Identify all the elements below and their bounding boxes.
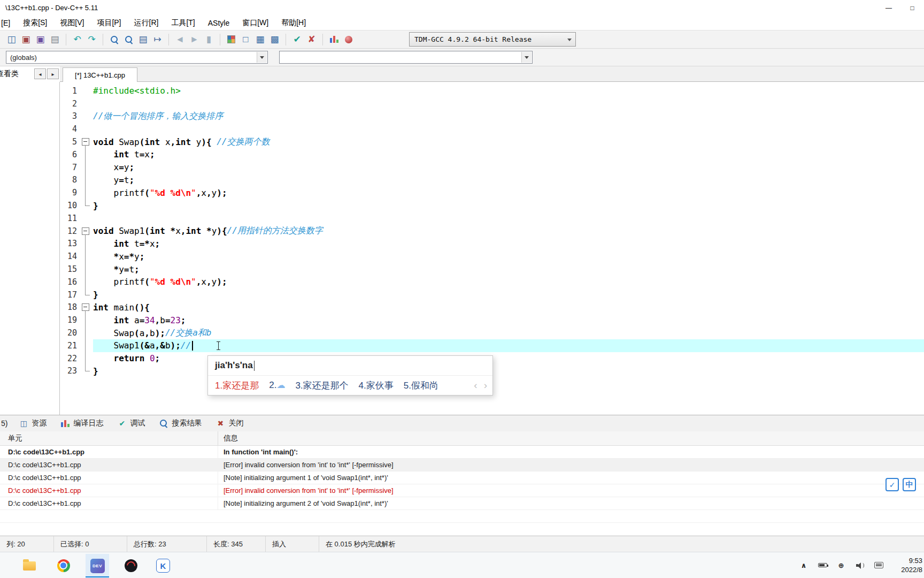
code-line[interactable]: 16 printf("%d %d\n",x,y); [60, 276, 924, 288]
code-line[interactable]: 14 *x=*y; [60, 250, 924, 263]
code-line[interactable]: 11 [60, 212, 924, 225]
globals-combobox[interactable]: (globals) [6, 51, 268, 64]
line-number[interactable]: 6 [60, 150, 77, 159]
code-line[interactable]: 20 Swap(a,b);//交换a和b [60, 326, 924, 339]
menu-item[interactable]: 项目[P] [90, 18, 127, 28]
message-row[interactable]: D:\c code\13C++b1.cppIn function 'int ma… [0, 446, 924, 459]
package-manager-icon[interactable]: ▩ [267, 32, 282, 47]
tab-debug[interactable]: ✔调试 [110, 415, 152, 431]
code-line[interactable]: 3//做一个冒泡排序，输入交换排序 [60, 110, 924, 123]
menu-item[interactable]: 工具[T] [165, 18, 201, 28]
code-line[interactable]: 1#include<stdio.h> [60, 85, 924, 97]
tab-search-results[interactable]: 搜索结果 [152, 415, 209, 431]
ime-status-check-icon[interactable]: ✓ [886, 478, 899, 491]
message-row[interactable]: D:\c code\13C++b1.cpp[Error] invalid con… [0, 484, 924, 497]
network-icon[interactable]: ⊕ [836, 560, 846, 571]
open-project-icon[interactable]: ▣ [19, 32, 33, 47]
redo-icon[interactable]: ↷ [84, 32, 99, 47]
menu-item[interactable]: 运行[R] [128, 18, 165, 28]
line-number[interactable]: 18 [60, 302, 77, 312]
line-number[interactable]: 15 [60, 264, 77, 274]
print-icon[interactable]: ▤ [48, 32, 62, 47]
menu-item[interactable]: AStyle [202, 19, 236, 27]
ime-page-next[interactable]: › [484, 379, 487, 391]
code-fold-toggle[interactable] [77, 225, 93, 238]
code-line[interactable]: 19 int a=34,b=23; [60, 314, 924, 326]
line-number[interactable]: 4 [60, 124, 77, 134]
menu-item[interactable]: 窗口[W] [236, 18, 275, 28]
line-number[interactable]: 2 [60, 99, 77, 109]
line-number[interactable]: 16 [60, 277, 77, 287]
members-combobox[interactable] [279, 51, 533, 64]
class-browser-tab-label[interactable]: 查看类 [0, 69, 19, 79]
line-number[interactable]: 7 [60, 163, 77, 172]
goto-line-icon[interactable]: ▤ [136, 32, 150, 47]
find-next-icon[interactable] [121, 32, 136, 47]
code-line[interactable]: 6 int t=x; [60, 148, 924, 161]
code-line[interactable]: 7 x=y; [60, 161, 924, 174]
line-number[interactable]: 3 [60, 111, 77, 121]
code-line[interactable]: 18int main(){ [60, 301, 924, 314]
ime-page-prev[interactable]: ‹ [474, 379, 477, 391]
tab-resources[interactable]: ◫资源 [12, 415, 53, 431]
tab-close[interactable]: ✖关闭 [209, 415, 250, 431]
taskbar-clock[interactable]: 9:53 2022/8 [901, 556, 922, 574]
line-number[interactable]: 23 [60, 366, 77, 376]
code-fold-toggle[interactable] [77, 135, 93, 148]
code-line[interactable]: 9 printf("%d %d\n",x,y); [60, 186, 924, 199]
scroll-left-button[interactable]: ◂ [34, 69, 46, 79]
line-number[interactable]: 9 [60, 188, 77, 197]
line-number[interactable]: 14 [60, 252, 77, 261]
code-line[interactable]: 8 y=t; [60, 174, 924, 187]
ime-keyboard-icon[interactable] [874, 560, 883, 571]
new-source-icon[interactable]: □ [238, 32, 253, 47]
syntax-check-icon[interactable]: ✔ [290, 32, 304, 47]
ime-status-lang-icon[interactable]: 中 [903, 478, 916, 491]
find-icon[interactable] [107, 32, 121, 47]
code-line[interactable]: 4 [60, 123, 924, 135]
line-number[interactable]: 5 [60, 137, 77, 147]
menu-item[interactable]: 搜索[S] [17, 18, 53, 28]
k-app-taskbar-icon[interactable]: K [151, 554, 175, 577]
message-row[interactable]: D:\c code\13C++b1.cpp[Note] initializing… [0, 471, 924, 484]
line-number[interactable]: 10 [60, 201, 77, 210]
dropdown-arrow-icon[interactable] [257, 52, 267, 63]
code-line[interactable]: 12void Swap1(int *x,int *y){//用指针的方法交换数字 [60, 225, 924, 238]
battery-icon[interactable] [818, 560, 827, 571]
menu-item[interactable]: 视图[V] [53, 18, 90, 28]
line-number[interactable]: 20 [60, 328, 77, 338]
media-app-taskbar-icon[interactable] [119, 554, 143, 577]
devcpp-taskbar-icon[interactable]: DEV [86, 554, 109, 577]
code-line[interactable]: 2 [60, 97, 924, 110]
tab-compile-log[interactable]: 编译日志 [53, 415, 110, 431]
save-icon[interactable]: ▣ [33, 32, 48, 47]
code-line[interactable]: 10} [60, 199, 924, 212]
ime-candidate[interactable]: 3.家还是那个 [295, 379, 348, 392]
line-number[interactable]: 17 [60, 290, 77, 300]
volume-icon[interactable] [855, 560, 865, 571]
line-number[interactable]: 21 [60, 341, 77, 351]
menu-item[interactable]: 帮助[H] [275, 18, 312, 28]
profiling-delete-icon[interactable] [341, 32, 356, 47]
editor-tab[interactable]: [*] 13C++b1.cpp [63, 67, 137, 82]
line-number[interactable]: 12 [60, 226, 77, 236]
code-line[interactable]: 13 int t=*x; [60, 238, 924, 250]
hidden-icons-chevron[interactable]: ∧ [799, 560, 808, 571]
ime-candidate[interactable]: 2.☁ [269, 380, 285, 391]
message-row[interactable]: D:\c code\13C++b1.cpp[Error] invalid con… [0, 459, 924, 471]
project-options-icon[interactable]: ▦ [253, 32, 267, 47]
code-line[interactable]: 21 Swap1(&a,&b);// [60, 339, 924, 352]
line-number[interactable]: 1 [60, 86, 77, 96]
code-line[interactable]: 5void Swap(int x,int y){ //交换两个数 [60, 135, 924, 148]
maximize-button[interactable]: □ [900, 0, 924, 16]
code-fold-toggle[interactable] [77, 301, 93, 314]
code-line[interactable]: 15 *y=t; [60, 263, 924, 276]
ime-candidate[interactable]: 1.家还是那 [215, 379, 259, 392]
code-line[interactable]: 17} [60, 288, 924, 301]
scroll-right-button[interactable]: ▸ [47, 69, 59, 79]
chrome-taskbar-icon[interactable] [52, 554, 75, 577]
compiler-profile-select[interactable]: TDM-GCC 4.9.2 64-bit Release [409, 32, 576, 47]
line-number[interactable]: 13 [60, 239, 77, 248]
minimize-button[interactable]: — [877, 0, 900, 16]
menu-item[interactable]: [E] [0, 19, 17, 27]
